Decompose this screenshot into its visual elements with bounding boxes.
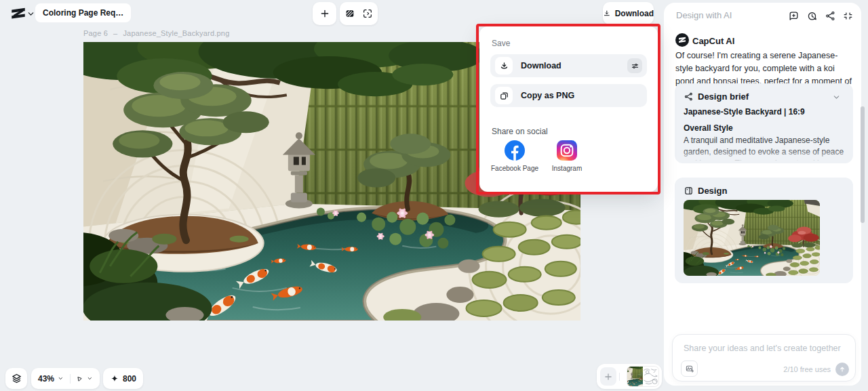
zoom-level[interactable]: 43% — [38, 374, 54, 384]
download-button[interactable]: Download — [603, 2, 654, 24]
brief-section-heading: Overall Style — [684, 123, 733, 133]
panel-scrollbar[interactable] — [861, 106, 865, 223]
brief-subtitle: Japanese-Style Backyard | 16:9 — [684, 107, 805, 117]
attach-image-button[interactable] — [681, 361, 698, 377]
copy-icon — [499, 91, 509, 101]
download-icon-box — [495, 57, 513, 75]
facebook-icon — [505, 140, 525, 161]
design-result-thumbnail[interactable] — [684, 200, 820, 276]
sparkle-icon — [110, 374, 119, 384]
chat-input[interactable] — [684, 342, 845, 355]
design-icon — [684, 186, 694, 196]
usage-counter: 2/10 free uses — [783, 365, 831, 373]
share-section-title: Share on social — [492, 127, 548, 136]
download-icon — [603, 9, 611, 18]
download-button-label: Download — [615, 9, 654, 18]
send-arrow-icon — [838, 365, 846, 373]
share-icon[interactable] — [825, 10, 836, 22]
history-icon[interactable] — [806, 10, 818, 22]
design-card-title: Design — [698, 186, 727, 196]
facebook-label: Facebook Page — [485, 165, 545, 172]
plus-icon — [604, 372, 613, 382]
save-section-title: Save — [492, 39, 510, 48]
canvas-zoom-controls: 43% — [31, 368, 100, 389]
capcut-ai-avatar — [675, 33, 689, 47]
share-instagram-button[interactable]: Instagram — [537, 140, 597, 172]
add-page-button[interactable] — [600, 367, 616, 386]
page-thumbnail[interactable] — [627, 367, 658, 386]
credits-button[interactable]: 800 — [103, 368, 143, 389]
download-row-label: Download — [521, 61, 561, 70]
chat-composer: 2/10 free uses — [672, 334, 856, 382]
bot-name: CapCut AI — [692, 36, 734, 46]
brief-fade-overlay — [677, 148, 850, 163]
sliders-icon — [631, 62, 639, 70]
layers-icon — [11, 373, 22, 384]
plus-icon — [319, 8, 330, 19]
design-brief-title: Design brief — [698, 91, 749, 102]
save-popup: Save Download Copy a — [479, 26, 658, 192]
collapse-brief-chevron-icon[interactable] — [832, 93, 841, 102]
background-fill-icon[interactable] — [344, 8, 355, 19]
copy-as-png-row[interactable]: Copy as PNG — [490, 84, 647, 107]
layers-button[interactable] — [5, 368, 27, 389]
breadcrumb-separator: – — [113, 29, 117, 37]
chevron-down-icon[interactable] — [26, 9, 35, 18]
download-icon — [499, 61, 509, 71]
design-brief-icon — [684, 91, 694, 102]
divider — [619, 373, 620, 381]
divider — [70, 374, 71, 384]
credits-count: 800 — [123, 374, 136, 384]
design-card: Design — [675, 178, 853, 283]
page-number-label: Page 6 — [83, 29, 108, 37]
file-name-label: Japanese_Style_Backyard.png — [123, 29, 229, 37]
assistant-panel: Design with AI CapCut AI Of course! I'm … — [664, 3, 861, 386]
page-breadcrumb: Page 6–Japanese_Style_Backyard.png — [83, 29, 235, 37]
preview-chevron-icon[interactable] — [87, 375, 93, 382]
copy-icon-box — [495, 87, 513, 104]
new-chat-icon[interactable] — [788, 10, 800, 22]
instagram-icon — [557, 140, 577, 161]
capcut-logo — [9, 7, 27, 22]
add-image-icon — [685, 364, 694, 373]
instagram-label: Instagram — [537, 165, 597, 172]
pages-strip — [597, 364, 662, 389]
design-brief-card[interactable]: Design brief Japanese-Style Backyard | 1… — [675, 83, 853, 163]
canvas-tools-group — [340, 2, 378, 25]
zoom-chevron-icon[interactable] — [58, 375, 64, 382]
collapse-panel-icon[interactable] — [842, 10, 854, 22]
preview-play-icon[interactable] — [76, 374, 83, 384]
share-facebook-button[interactable]: Facebook Page — [485, 140, 545, 172]
save-download-row[interactable]: Download — [490, 54, 647, 77]
add-element-button[interactable] — [313, 2, 336, 25]
send-button[interactable] — [835, 363, 849, 376]
panel-title: Design with AI — [676, 10, 732, 20]
project-title[interactable]: Coloring Page Req… — [35, 3, 131, 22]
resize-crop-icon[interactable] — [362, 8, 373, 19]
download-settings-button[interactable] — [627, 58, 642, 73]
copy-row-label: Copy as PNG — [521, 91, 574, 100]
